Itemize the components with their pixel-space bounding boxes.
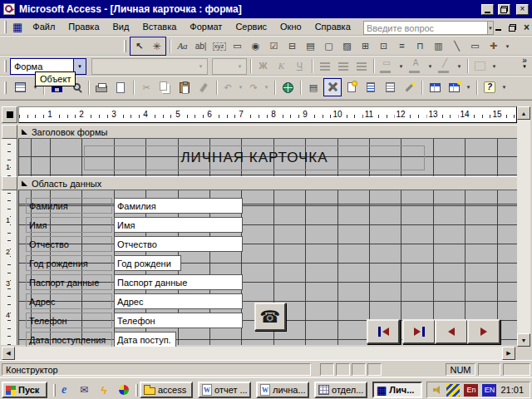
menubar-grip[interactable] — [4, 21, 7, 33]
option-group-tool-button[interactable]: xyz — [210, 37, 228, 55]
field-textbox[interactable]: Паспорт данные — [114, 274, 243, 290]
scroll-down-button[interactable]: ▼ — [517, 333, 530, 347]
listbox-tool-button[interactable]: ▤ — [302, 37, 319, 55]
field-label[interactable]: Имя — [26, 217, 112, 233]
line-tool-button[interactable]: ╲ — [448, 37, 466, 55]
menu-help[interactable]: Справка — [308, 19, 357, 34]
field-label[interactable]: Фамилия — [26, 198, 112, 214]
font-color-dropdown[interactable]: ▼ — [426, 57, 435, 75]
detail-section-bar[interactable]: ◣ Область данных — [18, 176, 517, 190]
combobox-tool-button[interactable]: ⊟ — [283, 37, 301, 55]
quicklaunch-channels[interactable] — [116, 383, 131, 397]
form-selector[interactable] — [2, 106, 17, 123]
database-window-button[interactable] — [426, 78, 444, 96]
scroll-left-button[interactable]: ◀ — [2, 347, 15, 360]
start-button[interactable]: Пуск — [2, 382, 47, 398]
subform-tool-button[interactable]: ▥ — [430, 37, 447, 55]
clock[interactable]: 21:01 — [500, 385, 524, 395]
quicklaunch-ie[interactable]: e — [57, 383, 71, 397]
detail-vertical-ruler[interactable]: 1 2 3 4 — [1, 190, 17, 345]
field-list-button[interactable]: ▤ — [304, 78, 323, 96]
menu-view[interactable]: Вид — [106, 19, 136, 34]
field-label[interactable]: Год рождения — [26, 255, 112, 271]
mdi-minimize-button[interactable] — [492, 21, 505, 33]
form-header-section-bar[interactable]: ◣ Заголовок формы — [18, 125, 517, 139]
autoformat-button[interactable] — [342, 78, 361, 96]
form-header-grid[interactable]: ЛИЧНАЯ КАРТОЧКА — [18, 139, 517, 176]
task-lichna-doc[interactable]: W лична... — [256, 382, 309, 398]
ask-question-input[interactable] — [363, 21, 488, 35]
volume-icon[interactable] — [433, 385, 442, 395]
label-tool-button[interactable]: Aa — [174, 37, 191, 55]
field-textbox[interactable]: Телефон — [114, 313, 243, 328]
command-button-tool[interactable]: ▢ — [320, 37, 337, 55]
task-report-doc[interactable]: W отчет ... — [198, 382, 251, 398]
field-label[interactable]: Отчество — [26, 236, 112, 252]
menu-insert[interactable]: Вставка — [135, 19, 183, 34]
build-button[interactable] — [400, 78, 418, 96]
line-color-button[interactable]: ╱ — [436, 57, 454, 75]
field-textbox[interactable]: Год рождени — [114, 255, 181, 271]
option-button-tool[interactable]: ◉ — [247, 37, 264, 55]
print-button[interactable] — [92, 78, 111, 96]
rectangle-tool-button[interactable]: ▭ — [466, 37, 484, 55]
select-tool-button[interactable]: ↖ — [131, 37, 148, 55]
scroll-right-button[interactable]: ▶ — [502, 347, 515, 360]
mdi-close-button[interactable]: × — [520, 21, 532, 33]
header-vertical-ruler[interactable]: 1 — [1, 139, 17, 176]
detail-grid[interactable]: Фамилия Фамилия Имя Имя Отчество Отчеств… — [18, 190, 517, 345]
detail-section-selector[interactable] — [2, 176, 17, 190]
copy-button[interactable] — [156, 78, 175, 96]
toolbar-chevron-icon[interactable]: » — [522, 57, 527, 64]
toolbox-button[interactable] — [323, 78, 342, 96]
more-controls-button[interactable]: ✚ — [485, 37, 502, 55]
taskbar-grip[interactable] — [53, 384, 56, 397]
image-tool-button[interactable]: ▨ — [338, 37, 356, 55]
menu-edit[interactable]: Правка — [62, 19, 106, 34]
first-record-button[interactable] — [367, 319, 400, 344]
view-button[interactable] — [10, 78, 30, 96]
access-app-icon[interactable] — [3, 3, 15, 15]
language-indicator-caps[interactable]: EN — [482, 384, 496, 397]
last-record-button[interactable] — [402, 319, 436, 344]
page-break-tool-button[interactable]: = — [393, 37, 411, 55]
restore-button[interactable] — [498, 4, 510, 15]
close-button[interactable]: × — [516, 4, 529, 15]
paste-button[interactable] — [175, 78, 194, 96]
task-access-folder[interactable]: access — [140, 382, 193, 398]
new-object-dropdown[interactable]: ▼ — [464, 79, 473, 96]
menu-window[interactable]: Окно — [273, 19, 308, 34]
horizontal-scrollbar-track[interactable] — [15, 347, 502, 360]
font-color-button[interactable]: А — [406, 57, 425, 75]
help-button[interactable]: ? — [480, 78, 499, 96]
bound-object-tool-button[interactable]: ⊡ — [375, 37, 392, 55]
field-textbox[interactable]: Отчество — [114, 236, 243, 252]
mdi-restore-button[interactable] — [506, 22, 519, 34]
horizontal-ruler[interactable]: 1 2 3 4 5 6 7 8 9 10 11 12 13 14 15 — [18, 106, 517, 123]
next-record-button[interactable] — [467, 319, 500, 344]
tab-control-tool-button[interactable]: ⊓ — [411, 37, 429, 55]
design-toolbar-grip[interactable] — [4, 81, 7, 94]
insert-hyperlink-button[interactable] — [278, 78, 297, 96]
toolbar-options-dropdown[interactable]: ▼ — [500, 79, 509, 96]
taskbar-grip[interactable] — [135, 384, 138, 397]
scroll-up-button[interactable]: ▲ — [517, 106, 530, 120]
quicklaunch-mail[interactable]: ✉ — [76, 383, 91, 397]
code-button[interactable] — [362, 78, 380, 96]
fill-color-dropdown[interactable]: ▼ — [397, 57, 406, 75]
properties-button[interactable] — [381, 78, 399, 96]
field-textbox[interactable]: Адрес — [114, 293, 243, 309]
phone-image-button[interactable]: ☎ — [254, 303, 286, 331]
border-width-dropdown[interactable]: ▼ — [490, 57, 499, 75]
task-lich-active[interactable]: ▦ Лич... — [372, 382, 422, 398]
textbox-tool-button[interactable]: ab| — [192, 37, 209, 55]
field-label[interactable]: Дата поступления — [26, 332, 112, 347]
field-textbox[interactable]: Имя — [114, 217, 243, 233]
toolbox-grip[interactable] — [124, 40, 126, 52]
new-object-button[interactable] — [445, 78, 463, 96]
line-border-width-button[interactable] — [471, 57, 489, 75]
toggle-button-tool[interactable]: ▭ — [229, 37, 246, 55]
menu-file[interactable]: Файл — [26, 19, 62, 34]
form-title-label[interactable]: ЛИЧНАЯ КАРТОЧКА — [84, 145, 425, 170]
formatting-grip[interactable] — [4, 60, 7, 72]
